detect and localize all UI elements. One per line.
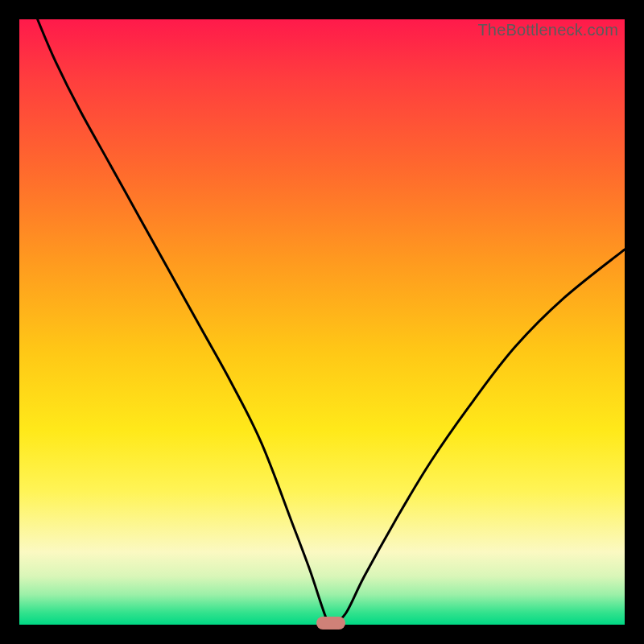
optimal-marker xyxy=(316,617,345,630)
chart-frame: TheBottleneck.com xyxy=(0,0,644,644)
plot-area: TheBottleneck.com xyxy=(19,19,625,625)
bottleneck-curve xyxy=(19,19,625,625)
